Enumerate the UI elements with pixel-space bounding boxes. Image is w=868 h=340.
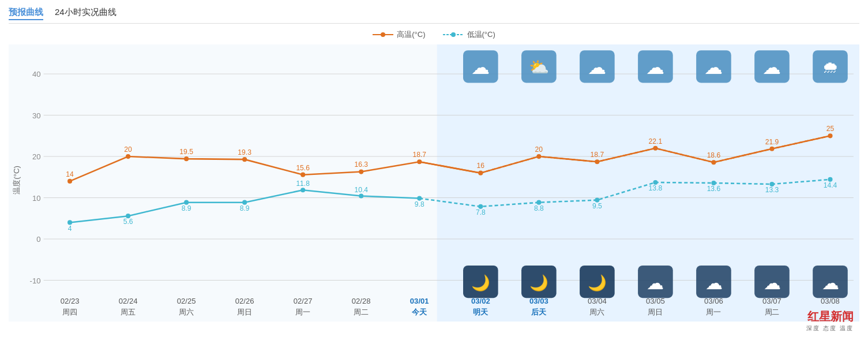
svg-point-56 [595, 159, 599, 164]
svg-text:11.8: 11.8 [296, 180, 310, 188]
svg-point-48 [126, 154, 130, 159]
svg-text:19.5: 19.5 [179, 148, 193, 156]
svg-text:30: 30 [32, 111, 41, 120]
watermark-logo: 红星新闻 [807, 309, 854, 324]
svg-text:周一: 周一 [295, 308, 310, 316]
svg-text:13.8: 13.8 [649, 184, 663, 192]
svg-point-52 [359, 170, 363, 174]
tab-realtime[interactable]: 24小时实况曲线 [55, 6, 117, 20]
svg-text:25: 25 [826, 125, 835, 133]
svg-text:10: 10 [32, 194, 41, 203]
svg-text:8.9: 8.9 [240, 204, 250, 212]
legend-high: 高温(°C) [373, 29, 425, 40]
main-container: 预报曲线 24小时实况曲线 高温(°C) 低温(°C) [0, 0, 868, 340]
svg-text:14: 14 [66, 170, 74, 178]
svg-point-1 [381, 32, 385, 37]
svg-point-49 [184, 156, 189, 161]
svg-text:21.9: 21.9 [765, 138, 779, 146]
svg-point-3 [451, 32, 456, 37]
svg-text:温度(°C): 温度(°C) [12, 166, 21, 195]
svg-text:8.9: 8.9 [182, 204, 191, 212]
svg-point-51 [300, 173, 305, 177]
svg-text:10.4: 10.4 [354, 186, 368, 194]
svg-text:⛅: ⛅ [529, 57, 550, 77]
svg-text:0: 0 [36, 235, 40, 244]
svg-point-53 [417, 159, 422, 164]
svg-text:周六: 周六 [179, 308, 194, 316]
svg-text:03/02: 03/02 [471, 297, 490, 305]
tab-forecast[interactable]: 预报曲线 [9, 6, 43, 20]
svg-text:☁: ☁ [646, 57, 665, 78]
svg-text:周四: 周四 [62, 308, 77, 316]
watermark-sub: 深度 态度 温度 [806, 324, 854, 332]
svg-text:03/04: 03/04 [588, 297, 607, 305]
svg-text:明天: 明天 [473, 308, 489, 316]
svg-text:☁: ☁ [471, 57, 490, 78]
svg-text:02/26: 02/26 [235, 297, 254, 305]
svg-point-80 [359, 193, 363, 198]
svg-text:☁: ☁ [647, 273, 664, 293]
svg-text:🌧: 🌧 [822, 58, 839, 76]
svg-point-58 [711, 160, 716, 165]
svg-text:☁: ☁ [762, 57, 781, 78]
svg-text:03/01: 03/01 [410, 297, 429, 305]
tab-bar: 预报曲线 24小时实况曲线 [9, 6, 859, 24]
svg-point-50 [242, 157, 247, 162]
svg-text:22.1: 22.1 [649, 137, 663, 145]
svg-point-47 [67, 179, 72, 184]
svg-text:后天: 后天 [531, 308, 547, 316]
svg-text:☁: ☁ [588, 57, 607, 78]
svg-text:14.4: 14.4 [824, 181, 837, 189]
svg-text:9.5: 9.5 [592, 202, 602, 210]
watermark: 红星新闻 深度 态度 温度 [806, 309, 854, 332]
svg-text:19.3: 19.3 [238, 148, 251, 156]
svg-text:☁: ☁ [704, 57, 723, 78]
svg-text:今天: 今天 [412, 308, 427, 316]
svg-text:周二: 周二 [765, 308, 780, 316]
svg-text:周日: 周日 [648, 308, 663, 316]
svg-text:周六: 周六 [589, 308, 604, 316]
svg-text:03/07: 03/07 [762, 297, 781, 305]
svg-text:18.7: 18.7 [412, 151, 426, 159]
svg-text:🌙: 🌙 [471, 274, 490, 292]
svg-text:周二: 周二 [354, 308, 369, 316]
svg-text:02/25: 02/25 [177, 297, 196, 305]
temperature-chart: 40 30 20 10 0 -10 温度(°C) ☁ [9, 44, 859, 322]
svg-text:18.7: 18.7 [591, 151, 604, 159]
svg-text:🌙: 🌙 [529, 274, 548, 292]
svg-text:13.3: 13.3 [765, 186, 779, 194]
svg-point-54 [478, 171, 483, 175]
svg-text:02/24: 02/24 [119, 297, 138, 305]
chart-area: 高温(°C) 低温(°C) 40 30 20 [9, 29, 859, 335]
svg-text:16.3: 16.3 [354, 160, 368, 169]
legend-low-label: 低温(°C) [467, 29, 495, 40]
svg-rect-5 [9, 44, 437, 322]
svg-text:16: 16 [477, 162, 485, 170]
svg-text:02/23: 02/23 [61, 297, 80, 305]
svg-text:13.6: 13.6 [707, 185, 721, 193]
svg-point-55 [536, 154, 541, 159]
legend: 高温(°C) 低温(°C) [9, 29, 859, 40]
svg-text:周一: 周一 [707, 308, 722, 316]
svg-point-57 [653, 146, 657, 151]
svg-text:9.8: 9.8 [415, 200, 424, 208]
svg-point-79 [300, 188, 305, 192]
svg-text:03/05: 03/05 [646, 297, 665, 305]
svg-text:5.6: 5.6 [123, 218, 133, 226]
svg-text:15.6: 15.6 [296, 163, 310, 171]
svg-text:03/08: 03/08 [821, 297, 840, 305]
svg-text:-10: -10 [30, 277, 41, 285]
legend-high-label: 高温(°C) [397, 29, 425, 40]
svg-text:20: 20 [535, 145, 543, 154]
svg-text:☁: ☁ [764, 273, 781, 293]
svg-text:周五: 周五 [121, 308, 136, 316]
svg-point-60 [828, 133, 832, 138]
svg-text:8.8: 8.8 [534, 204, 544, 212]
svg-text:02/28: 02/28 [352, 297, 371, 305]
svg-text:18.6: 18.6 [707, 151, 721, 159]
svg-text:周日: 周日 [237, 308, 252, 316]
legend-low: 低温(°C) [443, 29, 495, 40]
svg-text:02/27: 02/27 [294, 297, 313, 305]
svg-text:03/03: 03/03 [529, 297, 548, 305]
svg-text:4: 4 [68, 225, 72, 233]
